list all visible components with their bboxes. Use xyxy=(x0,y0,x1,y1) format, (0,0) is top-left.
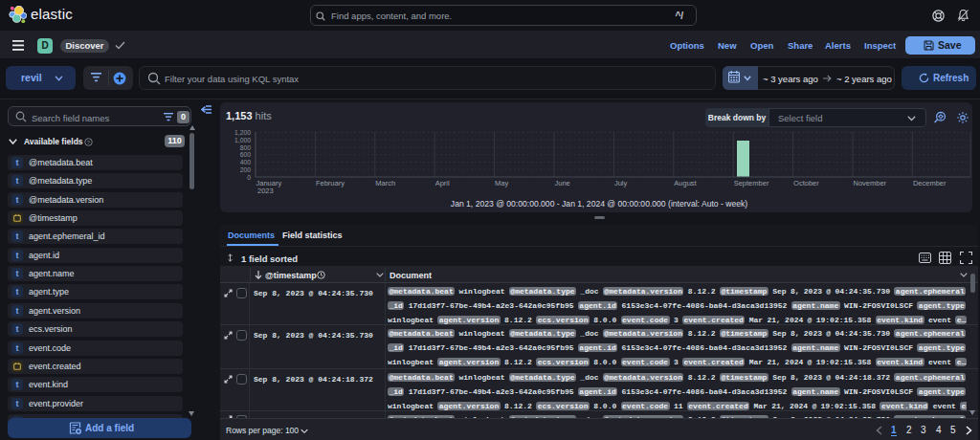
svg-text:August: August xyxy=(674,179,697,187)
svg-text:800: 800 xyxy=(240,144,252,151)
svg-text:April: April xyxy=(435,179,450,187)
svg-text:200: 200 xyxy=(240,166,252,173)
svg-text:March: March xyxy=(375,179,395,187)
svg-text:November: November xyxy=(854,179,887,187)
svg-text:June: June xyxy=(555,179,570,187)
svg-text:?: ? xyxy=(87,139,91,144)
svg-text:December: December xyxy=(913,179,947,187)
svg-text:600: 600 xyxy=(240,151,252,158)
svg-text:1,200: 1,200 xyxy=(234,130,251,136)
svg-text:400: 400 xyxy=(240,159,252,165)
svg-text:September: September xyxy=(734,179,769,187)
svg-text:February: February xyxy=(316,179,345,187)
svg-text:0: 0 xyxy=(247,174,251,181)
svg-text:1,000: 1,000 xyxy=(234,137,251,143)
svg-text:July: July xyxy=(614,179,628,187)
svg-text:May: May xyxy=(495,179,508,187)
svg-text:October: October xyxy=(793,179,819,187)
svg-text:2023: 2023 xyxy=(257,187,274,195)
